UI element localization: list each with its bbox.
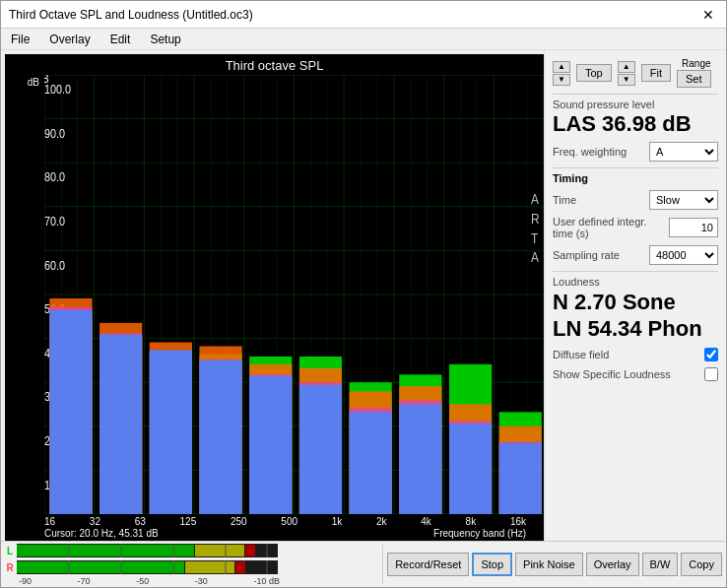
- time-select[interactable]: Slow Fast Impulse Leq: [649, 190, 718, 210]
- bottom-buttons: Record/Reset Stop Pink Noise Overlay B/W…: [387, 553, 722, 576]
- loudness-label: Loudness: [553, 276, 718, 288]
- top-controls: ▲ ▼ Top ▲ ▼ Fit Range Set: [553, 58, 718, 88]
- timing-label: Timing: [553, 172, 718, 184]
- svg-rect-90: [350, 412, 392, 514]
- close-button[interactable]: ✕: [698, 5, 718, 25]
- menu-edit[interactable]: Edit: [104, 31, 137, 48]
- svg-rect-100: [195, 545, 244, 556]
- level-meters: L: [5, 543, 378, 586]
- meter-left-label: L: [5, 546, 15, 556]
- meter-right-row: R: [5, 559, 378, 575]
- show-specific-loudness-checkbox[interactable]: [704, 367, 718, 381]
- x-label-1k: 1k: [332, 516, 343, 527]
- svg-rect-92: [449, 424, 492, 514]
- x-label-32: 32: [90, 516, 100, 527]
- y-axis: dB: [5, 75, 44, 514]
- stop-button[interactable]: Stop: [472, 553, 512, 576]
- x-label-63: 63: [135, 516, 146, 527]
- diffuse-field-checkbox[interactable]: [704, 348, 718, 361]
- top-up-button[interactable]: ▲: [553, 61, 570, 73]
- spl-value: LAS 36.98 dB: [553, 112, 718, 136]
- tick-minus50: -50: [136, 576, 149, 586]
- svg-rect-93: [499, 443, 542, 514]
- svg-text:70.0: 70.0: [44, 214, 65, 229]
- menu-setup[interactable]: Setup: [144, 31, 186, 48]
- sampling-rate-row: Sampling rate 44100 48000 96000: [553, 245, 718, 265]
- x-label-500: 500: [281, 516, 297, 527]
- tick-minus70: -70: [78, 576, 91, 586]
- main-content: Third octave SPL dB: [1, 50, 726, 541]
- svg-rect-111: [235, 561, 245, 573]
- svg-rect-109: [17, 561, 184, 573]
- user-integr-input[interactable]: 10: [669, 218, 718, 237]
- svg-text:80.0: 80.0: [44, 169, 65, 184]
- svg-rect-101: [245, 545, 255, 556]
- top-button[interactable]: Top: [576, 64, 612, 82]
- svg-text:60.0: 60.0: [44, 258, 65, 273]
- meter-right-svg: [17, 560, 278, 574]
- x-label-125: 125: [180, 516, 197, 527]
- top-down-button[interactable]: ▼: [553, 74, 570, 86]
- sampling-rate-label: Sampling rate: [553, 249, 645, 261]
- chart-inner: dB: [5, 75, 544, 514]
- set-button[interactable]: Set: [677, 70, 711, 88]
- meter-left-svg: [17, 544, 278, 557]
- chart-svg-wrapper: 100.0 90.0 80.0 70.0 60.0 50.0 40.0 30.0…: [44, 75, 544, 514]
- loudness-value-line1: N 2.70 Sone: [553, 290, 718, 315]
- svg-rect-86: [150, 350, 192, 514]
- x-label-16k: 16k: [510, 516, 526, 527]
- fit-button[interactable]: Fit: [641, 64, 671, 82]
- chart-title: Third octave SPL: [5, 54, 544, 75]
- diffuse-field-row: Diffuse field: [553, 348, 718, 361]
- cursor-info: Cursor: 20.0 Hz, 45.31 dB: [44, 528, 159, 539]
- chart-container: dB: [5, 75, 544, 541]
- svg-rect-85: [99, 335, 142, 514]
- x-axis-labels: 16 32 63 125 250 500 1k 2k 4k 8k 16k: [44, 516, 544, 527]
- main-window: Third Octave SPL and Loudness (Untitled.…: [0, 0, 727, 588]
- sampling-rate-select[interactable]: 44100 48000 96000: [649, 245, 718, 265]
- fit-up-button[interactable]: ▲: [618, 61, 635, 73]
- spl-section: Sound pressure level LAS 36.98 dB: [553, 94, 718, 136]
- menu-file[interactable]: File: [5, 31, 35, 48]
- svg-rect-89: [299, 385, 342, 514]
- x-axis-title: Frequency band (Hz): [433, 528, 526, 539]
- sidebar: ▲ ▼ Top ▲ ▼ Fit Range Set Sound pressure…: [544, 50, 726, 541]
- freq-weighting-select[interactable]: A B C Z: [649, 142, 718, 162]
- bottom-bar: L: [1, 541, 726, 587]
- freq-weighting-row: Freq. weighting A B C Z: [553, 142, 718, 162]
- menu-overlay[interactable]: Overlay: [43, 31, 96, 48]
- divider: [382, 545, 383, 584]
- bw-button[interactable]: B/W: [642, 553, 679, 576]
- copy-button[interactable]: Copy: [681, 553, 722, 576]
- pink-noise-button[interactable]: Pink Noise: [515, 553, 583, 576]
- svg-text:R: R: [531, 211, 540, 227]
- svg-text:dB: dB: [44, 75, 49, 86]
- svg-rect-112: [246, 561, 278, 573]
- overlay-button[interactable]: Overlay: [586, 553, 639, 576]
- user-integr-label: User defined integr. time (s): [553, 216, 665, 239]
- record-reset-button[interactable]: Record/Reset: [387, 553, 469, 576]
- time-row: Time Slow Fast Impulse Leq: [553, 190, 718, 210]
- chart-svg: 100.0 90.0 80.0 70.0 60.0 50.0 40.0 30.0…: [44, 75, 544, 514]
- title-bar: Third Octave SPL and Loudness (Untitled.…: [1, 1, 726, 29]
- x-label-2k: 2k: [376, 516, 387, 527]
- fit-down-button[interactable]: ▼: [618, 74, 635, 86]
- tick-minus10: -10 dB: [253, 576, 280, 586]
- top-spinners: ▲ ▼: [553, 61, 570, 86]
- fit-spinners: ▲ ▼: [618, 61, 635, 86]
- meter-right-label: R: [5, 562, 15, 573]
- timing-section: Timing: [553, 167, 718, 184]
- svg-rect-110: [185, 561, 234, 573]
- tick-minus90: -90: [19, 576, 32, 586]
- show-specific-loudness-label: Show Specific Loudness: [553, 368, 700, 380]
- svg-rect-99: [17, 545, 194, 556]
- window-title: Third Octave SPL and Loudness (Untitled.…: [9, 8, 253, 22]
- freq-weighting-label: Freq. weighting: [553, 146, 645, 158]
- meter-left-row: L: [5, 543, 378, 558]
- svg-rect-88: [249, 376, 292, 514]
- x-label-250: 250: [231, 516, 247, 527]
- x-axis-area: 16 32 63 125 250 500 1k 2k 4k 8k 16k Cur…: [5, 514, 544, 541]
- svg-rect-84: [49, 310, 92, 514]
- menu-bar: File Overlay Edit Setup: [1, 29, 726, 50]
- x-label-8k: 8k: [466, 516, 477, 527]
